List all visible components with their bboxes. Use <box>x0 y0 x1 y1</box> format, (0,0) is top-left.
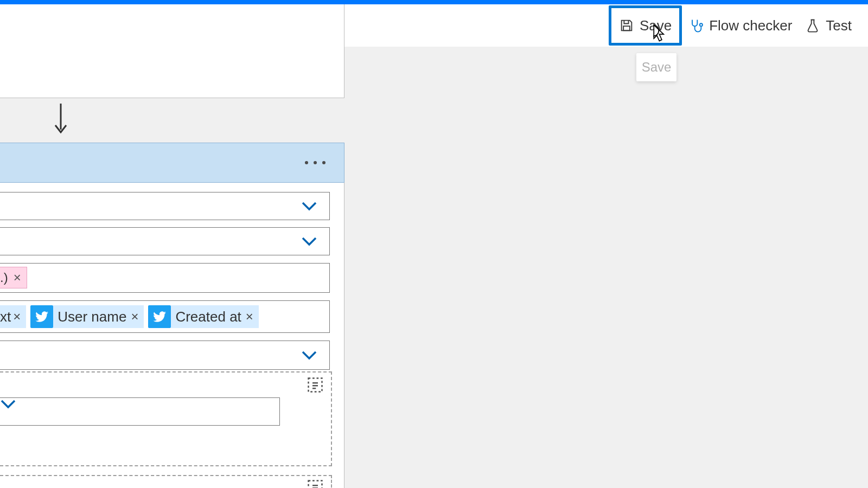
expression-token-partial[interactable]: .) × <box>0 267 27 288</box>
token-remove-x[interactable]: × <box>131 305 144 328</box>
inner-dropdown-field[interactable] <box>0 397 280 426</box>
text-field-3[interactable] <box>0 263 330 293</box>
mouse-cursor <box>648 24 667 43</box>
chevron-down-icon <box>0 398 279 412</box>
dropdown-field-2[interactable] <box>0 227 330 255</box>
text-field-4[interactable]: xt × User name × Created at × <box>0 300 330 333</box>
token-label: User name <box>53 305 131 328</box>
token-label: Created at <box>171 305 245 328</box>
token-remove-x[interactable]: × <box>246 305 259 328</box>
flow-canvas: .) × xt × User name × Created at × <box>0 4 868 488</box>
dropdown-field-5[interactable] <box>0 341 330 370</box>
chevron-down-icon <box>301 349 317 361</box>
connector-arrow <box>54 104 67 133</box>
dynamic-token-tweet-text[interactable]: xt × <box>0 305 26 328</box>
twitter-icon <box>148 305 171 328</box>
dynamic-content-picker-icon[interactable] <box>307 479 323 488</box>
token-label: xt <box>0 305 13 328</box>
dynamic-token-user-name[interactable]: User name × <box>30 305 144 328</box>
svg-rect-4 <box>309 481 322 489</box>
app-accent-bar <box>0 0 868 4</box>
expression-token-text: .) <box>0 270 8 285</box>
dynamic-content-picker-icon[interactable] <box>307 377 323 393</box>
dynamic-token-created-at[interactable]: Created at × <box>148 305 258 328</box>
twitter-icon <box>30 305 53 328</box>
dropdown-field-1[interactable] <box>0 192 330 220</box>
repeating-group-1 <box>0 371 332 466</box>
chevron-down-icon <box>301 200 317 212</box>
previous-step-card[interactable] <box>0 4 344 98</box>
chevron-down-icon <box>301 235 317 247</box>
token-remove-x[interactable]: × <box>14 270 21 285</box>
action-more-menu[interactable] <box>305 161 326 164</box>
repeating-group-2 <box>0 475 332 488</box>
action-card-header[interactable] <box>0 143 344 183</box>
token-remove-x[interactable]: × <box>13 305 26 328</box>
